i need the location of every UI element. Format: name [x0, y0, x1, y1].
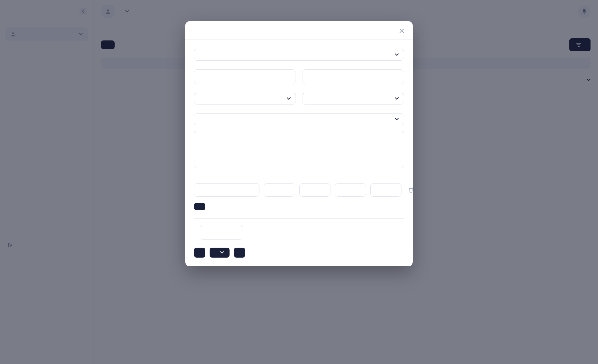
- chevron-down-icon: [395, 118, 399, 120]
- chevron-down-icon: [395, 54, 399, 56]
- chevron-down-icon: [220, 251, 224, 254]
- item-sum-input[interactable]: [370, 183, 401, 197]
- attach-scan-button[interactable]: [234, 248, 245, 258]
- close-icon: [400, 29, 404, 33]
- delete-item-button[interactable]: [406, 188, 413, 193]
- item-qty-input[interactable]: [299, 183, 330, 197]
- add-position-button[interactable]: [194, 203, 205, 210]
- date-input[interactable]: [302, 69, 404, 84]
- item-price-input[interactable]: [335, 183, 366, 197]
- download-button[interactable]: [210, 248, 230, 258]
- contractor-select[interactable]: [302, 93, 404, 105]
- trash-icon: [409, 188, 413, 193]
- item-name-input[interactable]: [194, 183, 259, 197]
- save-button[interactable]: [194, 248, 205, 258]
- total-input[interactable]: [200, 225, 243, 240]
- number-input[interactable]: [194, 69, 296, 84]
- chevron-down-icon: [395, 97, 399, 100]
- modal-close-button[interactable]: [400, 29, 404, 33]
- linked-select[interactable]: [194, 113, 404, 125]
- type-select[interactable]: [194, 49, 404, 61]
- comment-textarea[interactable]: [194, 131, 404, 168]
- account-select[interactable]: [194, 93, 296, 105]
- chevron-down-icon: [287, 97, 291, 100]
- item-unit-input[interactable]: [264, 183, 295, 197]
